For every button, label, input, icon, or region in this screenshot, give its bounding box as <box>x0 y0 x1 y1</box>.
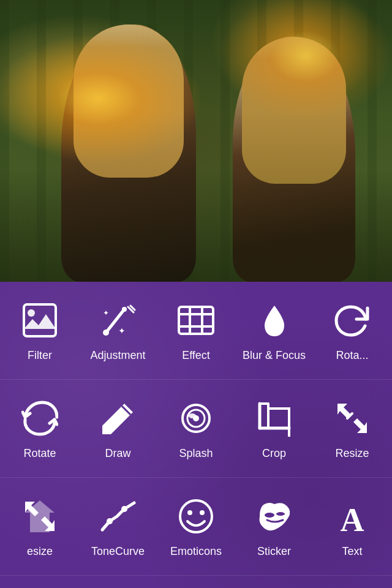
crop-label: Crop <box>262 447 286 460</box>
crop-tool[interactable]: Crop <box>241 386 308 472</box>
text-label: Text <box>342 545 362 558</box>
svg-point-25 <box>200 510 205 515</box>
photo-canvas <box>0 0 392 282</box>
resize2-icon <box>18 495 61 538</box>
resize2-tool[interactable]: esize <box>6 484 74 570</box>
rotate-tool-row1[interactable]: Rota... <box>318 288 386 374</box>
svg-point-23 <box>180 500 212 532</box>
tonecurve-icon <box>97 495 140 538</box>
text-tool[interactable]: A Text <box>318 484 386 570</box>
resize-label: Resize <box>335 447 369 460</box>
adjustment-icon: ✦ ✦ <box>97 299 140 342</box>
svg-point-27 <box>276 512 285 516</box>
rotate-tool[interactable]: Rotate <box>6 386 74 472</box>
effect-label: Effect <box>182 349 210 362</box>
resize-tool[interactable]: Resize <box>318 386 386 472</box>
sticker-label: Sticker <box>257 545 291 558</box>
svg-rect-18 <box>268 409 289 428</box>
text-icon: A <box>331 495 374 538</box>
blur-focus-label: Blur & Focus <box>243 349 306 362</box>
effect-tool[interactable]: Effect <box>162 288 230 374</box>
effect-icon <box>175 299 217 342</box>
toolbar-row-2: Rotate Draw Splash <box>0 380 392 478</box>
resize2-label: esize <box>27 545 53 558</box>
crop-icon <box>253 397 296 440</box>
toolbar-row-1: Filter ✦ ✦ Adjustment <box>0 282 392 380</box>
svg-text:✦: ✦ <box>103 309 109 317</box>
svg-rect-0 <box>24 304 56 336</box>
splash-tool[interactable]: Splash <box>162 386 230 472</box>
emoticons-icon <box>175 495 217 538</box>
svg-point-26 <box>265 513 274 518</box>
adjustment-tool[interactable]: ✦ ✦ Adjustment <box>85 288 152 374</box>
sticker-icon <box>253 495 296 538</box>
splash-label: Splash <box>179 447 213 460</box>
svg-point-24 <box>187 510 192 515</box>
draw-label: Draw <box>105 447 130 460</box>
toolbar-row-3: esize ToneCurve Emoticons <box>0 478 392 576</box>
draw-icon <box>97 397 140 440</box>
sticker-tool[interactable]: Sticker <box>241 484 308 570</box>
filter-label: Filter <box>28 349 52 362</box>
svg-text:A: A <box>341 502 364 535</box>
svg-point-21 <box>107 518 113 524</box>
svg-point-2 <box>122 307 127 312</box>
filter-tool[interactable]: Filter <box>6 288 74 374</box>
filter-icon <box>18 299 61 342</box>
blur-focus-tool[interactable]: Blur & Focus <box>241 288 308 374</box>
svg-rect-6 <box>179 307 213 334</box>
draw-tool[interactable]: Draw <box>85 386 152 472</box>
svg-point-1 <box>28 309 35 317</box>
splash-icon <box>175 397 217 440</box>
photo-overlay <box>0 0 392 282</box>
emoticons-label: Emoticons <box>170 545 222 558</box>
blur-focus-icon <box>253 299 296 342</box>
emoticons-tool[interactable]: Emoticons <box>162 484 230 570</box>
rotate-label: Rotate <box>23 447 56 460</box>
rotate-icon <box>18 397 61 440</box>
svg-point-22 <box>121 506 127 512</box>
svg-point-14 <box>193 415 199 421</box>
svg-text:✦: ✦ <box>118 326 126 336</box>
rotate-row1-label: Rota... <box>336 349 368 362</box>
editing-toolbar: Filter ✦ ✦ Adjustment <box>0 282 392 588</box>
adjustment-label: Adjustment <box>90 349 145 362</box>
rotate-row1-icon <box>331 299 374 342</box>
tonecurve-tool[interactable]: ToneCurve <box>85 484 152 570</box>
svg-point-3 <box>103 330 109 336</box>
tonecurve-label: ToneCurve <box>91 545 145 558</box>
resize-icon <box>331 397 374 440</box>
